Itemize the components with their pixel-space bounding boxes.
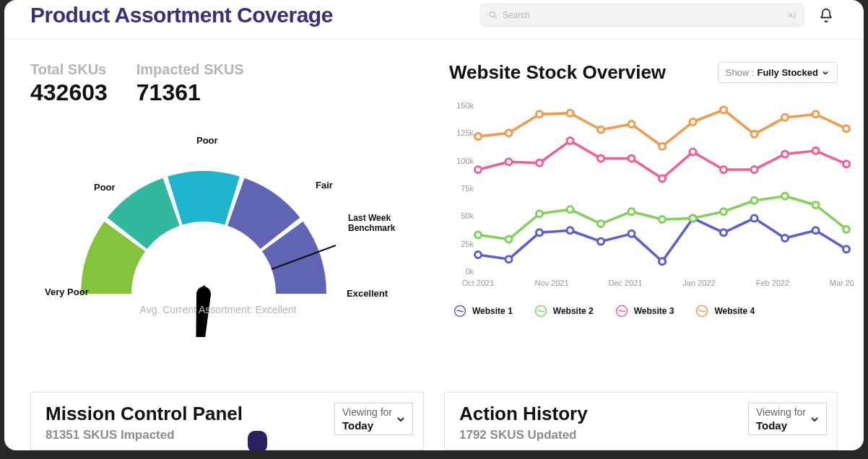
svg-point-50 — [690, 149, 696, 155]
search-clear[interactable]: ✕/ — [787, 11, 796, 20]
svg-point-60 — [598, 126, 604, 133]
dashboard-card: Product Assortment Coverage Search ✕/ To… — [4, 0, 864, 450]
show-label: Show : — [726, 67, 755, 78]
svg-point-17 — [475, 252, 482, 258]
legend-label: Website 1 — [472, 306, 513, 316]
svg-text:0k: 0k — [465, 267, 474, 276]
svg-point-52 — [751, 166, 758, 172]
svg-point-65 — [751, 131, 758, 137]
svg-point-28 — [812, 227, 819, 234]
svg-point-25 — [721, 230, 727, 236]
gauge-label-poor-2: Poor — [196, 135, 218, 146]
svg-point-55 — [843, 161, 850, 167]
svg-point-68 — [843, 126, 850, 132]
svg-point-36 — [659, 216, 666, 222]
bottom-panels: Mission Control Panel 81351 SKUS Impacte… — [4, 392, 864, 450]
legend-item-website-3[interactable]: Website 3 — [615, 305, 674, 318]
metric-total-skus: Total SKUs 432603 — [30, 61, 108, 106]
page-title: Product Assortment Coverage — [30, 3, 333, 27]
svg-point-3 — [196, 287, 211, 301]
header-bar: Product Assortment Coverage Search ✕/ — [4, 0, 864, 40]
tooltip-bubble — [248, 431, 267, 450]
svg-point-57 — [505, 130, 512, 136]
svg-point-64 — [721, 107, 727, 113]
svg-point-27 — [782, 235, 789, 242]
svg-point-34 — [598, 221, 604, 227]
svg-point-46 — [567, 138, 573, 144]
bell-icon — [819, 8, 833, 22]
legend-item-website-1[interactable]: Website 1 — [453, 305, 513, 318]
svg-point-59 — [567, 110, 573, 116]
svg-text:125k: 125k — [456, 128, 474, 137]
legend-swatch-icon — [453, 305, 466, 318]
svg-text:75k: 75k — [461, 184, 474, 193]
viewing-for-select[interactable]: Viewing for Today — [334, 403, 413, 435]
show-filter-select[interactable]: Show : Fully Stocked — [718, 62, 838, 83]
svg-point-39 — [751, 197, 758, 204]
search-input[interactable]: Search ✕/ — [479, 3, 804, 27]
legend-item-website-2[interactable]: Website 2 — [534, 305, 594, 318]
metric-value: 432603 — [30, 79, 108, 106]
svg-text:Jan 2022: Jan 2022 — [682, 279, 715, 287]
svg-point-35 — [628, 209, 635, 215]
gauge-caption: Avg. Current Assortment: Excellent — [140, 304, 297, 315]
svg-point-21 — [598, 238, 604, 245]
svg-point-48 — [628, 155, 635, 162]
metric-label: Total SKUs — [30, 61, 108, 78]
gauge-panel: Total SKUs 432603 Impacted SKUS 71361 — [30, 61, 420, 337]
svg-point-62 — [659, 143, 666, 149]
svg-point-47 — [598, 155, 604, 162]
viewing-for-select[interactable]: Viewing for Today — [748, 403, 827, 435]
stock-overview-header: Website Stock Overview Show : Fully Stoc… — [449, 61, 838, 84]
legend-label: Website 2 — [553, 306, 594, 316]
chevron-down-icon — [809, 414, 820, 425]
svg-text:Dec 2021: Dec 2021 — [608, 279, 642, 287]
svg-point-58 — [537, 111, 543, 118]
stock-overview-title: Website Stock Overview — [449, 61, 666, 84]
svg-point-23 — [659, 258, 666, 265]
legend-label: Website 3 — [634, 306, 674, 316]
main-content: Total SKUs 432603 Impacted SKUS 71361 — [4, 40, 864, 337]
svg-point-19 — [537, 230, 543, 236]
gauge-label-fair: Fair — [316, 180, 333, 191]
svg-point-31 — [505, 236, 512, 242]
svg-text:Nov 2021: Nov 2021 — [534, 279, 568, 287]
svg-point-63 — [690, 119, 696, 126]
legend-label: Website 4 — [714, 306, 755, 316]
svg-text:100k: 100k — [456, 157, 474, 165]
svg-text:150k: 150k — [456, 101, 474, 110]
gauge-label-excellent: Excellent — [347, 288, 388, 299]
svg-point-43 — [475, 166, 482, 172]
gauge-chart: Very Poor Poor Poor Fair Excellent Last … — [30, 121, 406, 337]
action-history-panel: Action History 1792 SKUS Updated Viewing… — [444, 392, 838, 450]
svg-point-41 — [812, 202, 819, 209]
svg-point-30 — [475, 232, 482, 238]
viewing-value: Today — [756, 419, 806, 432]
viewing-label: Viewing for — [342, 406, 392, 418]
chart-legend: Website 1 Website 2 Website 3 Website 4 — [449, 305, 838, 318]
svg-point-56 — [475, 133, 482, 139]
search-icon — [488, 10, 498, 20]
chevron-down-icon — [821, 69, 830, 77]
svg-point-0 — [490, 12, 495, 17]
svg-text:Mar 2022: Mar 2022 — [830, 279, 854, 287]
legend-item-website-4[interactable]: Website 4 — [695, 305, 755, 318]
svg-point-44 — [505, 159, 512, 165]
notifications-button[interactable] — [815, 4, 838, 27]
metrics-row: Total SKUs 432603 Impacted SKUS 71361 — [30, 61, 420, 106]
legend-swatch-icon — [534, 305, 547, 318]
svg-text:Oct 2021: Oct 2021 — [462, 279, 495, 287]
legend-swatch-icon — [695, 305, 708, 318]
svg-point-40 — [782, 193, 789, 199]
svg-point-42 — [843, 226, 850, 232]
svg-point-26 — [751, 215, 758, 222]
metric-impacted-skus: Impacted SKUS 71361 — [136, 61, 244, 106]
svg-point-38 — [721, 209, 727, 215]
svg-point-18 — [505, 256, 512, 263]
gauge-benchmark-label: Last Week Benchmark — [348, 213, 406, 233]
stock-overview-panel: Website Stock Overview Show : Fully Stoc… — [449, 61, 838, 337]
svg-point-37 — [690, 215, 696, 222]
svg-point-33 — [567, 206, 573, 213]
svg-text:50k: 50k — [461, 211, 474, 220]
svg-point-66 — [782, 114, 789, 121]
